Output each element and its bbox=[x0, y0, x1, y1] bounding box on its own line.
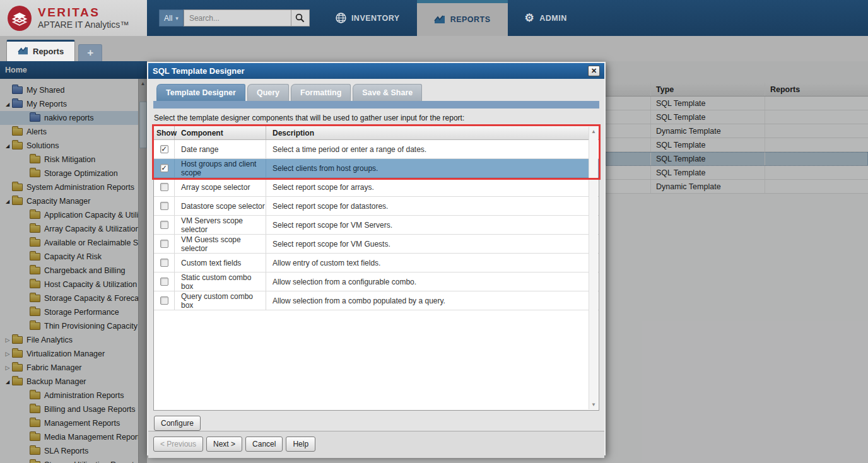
global-search: All ▾ bbox=[159, 0, 310, 36]
description-cell: Select a time period or enter a range of… bbox=[266, 140, 599, 158]
component-table-header: Show Component Description bbox=[154, 126, 599, 140]
description-cell: Select report scope for VM Guests. bbox=[266, 235, 599, 253]
dialog-tab-underline bbox=[153, 101, 599, 108]
component-cell: VM Servers scope selector bbox=[175, 216, 266, 234]
description-cell: Allow selection from a combo populated b… bbox=[266, 291, 599, 310]
component-row-datastore-scope-selector[interactable]: Datastore scope selectorSelect report sc… bbox=[154, 197, 599, 216]
column-header-description[interactable]: Description bbox=[266, 126, 599, 139]
line-chart-icon bbox=[18, 46, 28, 57]
search-button[interactable] bbox=[291, 9, 310, 26]
dialog-tab-formatting[interactable]: Formatting bbox=[291, 84, 351, 101]
component-cell: VM Guests scope selector bbox=[175, 235, 266, 253]
component-row-array-scope-selector[interactable]: Array scope selectorSelect report scope … bbox=[154, 178, 599, 197]
component-cell: Array scope selector bbox=[175, 178, 266, 196]
close-icon[interactable]: ✕ bbox=[588, 66, 600, 76]
line-chart-icon bbox=[434, 15, 445, 25]
checkbox-unchecked[interactable] bbox=[160, 221, 168, 229]
search-scope-dropdown[interactable]: All ▾ bbox=[159, 9, 184, 26]
nav-reports[interactable]: REPORTS bbox=[417, 0, 508, 36]
scroll-down-icon[interactable]: ▼ bbox=[591, 402, 596, 407]
dialog-title: SQL Template Designer bbox=[153, 66, 244, 76]
dialog-tab-save-share[interactable]: Save & Share bbox=[353, 84, 422, 101]
component-cell: Custom text fields bbox=[175, 254, 266, 272]
component-table: Show Component Description ✓Date rangeSe… bbox=[153, 126, 599, 411]
globe-icon bbox=[336, 13, 346, 23]
nav-admin-label: ADMIN bbox=[539, 14, 566, 23]
report-tab-bar: Reports + bbox=[0, 36, 868, 61]
nav-inventory[interactable]: INVENTORY bbox=[319, 0, 417, 36]
search-input[interactable] bbox=[184, 9, 291, 26]
description-cell: Select report scope for VM Servers. bbox=[266, 216, 599, 234]
description-cell: Select clients from host groups. bbox=[266, 159, 599, 177]
checkbox-unchecked[interactable] bbox=[160, 240, 168, 248]
checkbox-unchecked[interactable] bbox=[160, 259, 168, 267]
checkbox-unchecked[interactable] bbox=[160, 183, 168, 191]
tab-reports-label: Reports bbox=[33, 47, 64, 56]
component-row-static-custom-combo-box[interactable]: Static custom combo boxAllow selection f… bbox=[154, 273, 599, 291]
dialog-footer: < PreviousNext >CancelHelp bbox=[148, 431, 604, 458]
component-table-scrollbar[interactable]: ▲ ▼ bbox=[589, 127, 598, 409]
component-cell: Static custom combo box bbox=[175, 273, 266, 291]
description-cell: Allow entry of custom text fields. bbox=[266, 254, 599, 272]
component-cell: Datastore scope selector bbox=[175, 197, 266, 215]
veritas-logo-icon bbox=[7, 6, 32, 31]
top-nav: VERITAS APTARE IT Analytics™ All ▾ bbox=[0, 0, 868, 36]
sql-template-designer-dialog: SQL Template Designer ✕ Template Designe… bbox=[147, 62, 606, 455]
checkbox-unchecked[interactable] bbox=[160, 202, 168, 210]
component-cell: Host groups and client scope bbox=[175, 159, 266, 177]
brand-logo: VERITAS APTARE IT Analytics™ bbox=[0, 0, 147, 36]
description-cell: Select report scope for arrays. bbox=[266, 178, 599, 196]
component-cell: Date range bbox=[175, 140, 266, 158]
show-cell bbox=[154, 273, 175, 291]
checkbox-checked[interactable]: ✓ bbox=[160, 164, 168, 172]
search-icon bbox=[295, 13, 305, 23]
component-row-date-range[interactable]: ✓Date rangeSelect a time period or enter… bbox=[154, 140, 599, 159]
chevron-down-icon: ▾ bbox=[175, 15, 179, 21]
description-cell: Allow selection from a configurable comb… bbox=[266, 273, 599, 291]
nav-inventory-label: INVENTORY bbox=[351, 14, 400, 23]
show-cell bbox=[154, 254, 175, 272]
component-row-query-custom-combo-box[interactable]: Query custom combo boxAllow selection fr… bbox=[154, 291, 599, 310]
dialog-title-bar: SQL Template Designer ✕ bbox=[148, 63, 604, 79]
search-scope-value: All bbox=[164, 14, 172, 23]
component-cell: Query custom combo box bbox=[175, 291, 266, 310]
configure-button[interactable]: Configure bbox=[154, 416, 201, 431]
show-cell bbox=[154, 178, 175, 196]
checkbox-unchecked[interactable] bbox=[160, 278, 168, 286]
column-header-component[interactable]: Component bbox=[175, 126, 266, 139]
dialog-tabs: Template DesignerQueryFormattingSave & S… bbox=[153, 83, 599, 101]
gear-icon: ⚙ bbox=[525, 13, 535, 23]
brand-product-text: APTARE IT Analytics™ bbox=[38, 20, 129, 30]
show-cell bbox=[154, 216, 175, 234]
previous-button[interactable]: < Previous bbox=[153, 437, 203, 452]
nav-admin[interactable]: ⚙ ADMIN bbox=[508, 0, 584, 36]
description-cell: Select report scope for datastores. bbox=[266, 197, 599, 215]
show-cell bbox=[154, 235, 175, 253]
show-cell: ✓ bbox=[154, 140, 175, 158]
checkbox-checked[interactable]: ✓ bbox=[160, 145, 168, 153]
next-button[interactable]: Next > bbox=[206, 437, 242, 452]
nav-reports-label: REPORTS bbox=[450, 15, 491, 24]
component-row-host-groups-and-client-scope[interactable]: ✓Host groups and client scopeSelect clie… bbox=[154, 159, 599, 178]
cancel-button[interactable]: Cancel bbox=[245, 437, 283, 452]
new-tab-button[interactable]: + bbox=[78, 44, 102, 61]
column-header-show[interactable]: Show bbox=[154, 126, 175, 139]
component-row-custom-text-fields[interactable]: Custom text fieldsAllow entry of custom … bbox=[154, 254, 599, 273]
dialog-tab-query[interactable]: Query bbox=[247, 84, 289, 101]
checkbox-unchecked[interactable] bbox=[160, 296, 168, 305]
show-cell bbox=[154, 291, 175, 310]
help-button[interactable]: Help bbox=[286, 437, 315, 452]
dialog-tab-template-designer[interactable]: Template Designer bbox=[156, 84, 245, 101]
dialog-instruction: Select the template designer components … bbox=[153, 108, 599, 126]
show-cell bbox=[154, 197, 175, 215]
tab-reports[interactable]: Reports bbox=[6, 40, 75, 61]
brand-veritas-text: VERITAS bbox=[38, 6, 129, 19]
scroll-up-icon[interactable]: ▲ bbox=[591, 129, 596, 134]
show-cell: ✓ bbox=[154, 159, 175, 177]
component-row-vm-guests-scope-selector[interactable]: VM Guests scope selectorSelect report sc… bbox=[154, 235, 599, 254]
component-row-vm-servers-scope-selector[interactable]: VM Servers scope selectorSelect report s… bbox=[154, 216, 599, 235]
